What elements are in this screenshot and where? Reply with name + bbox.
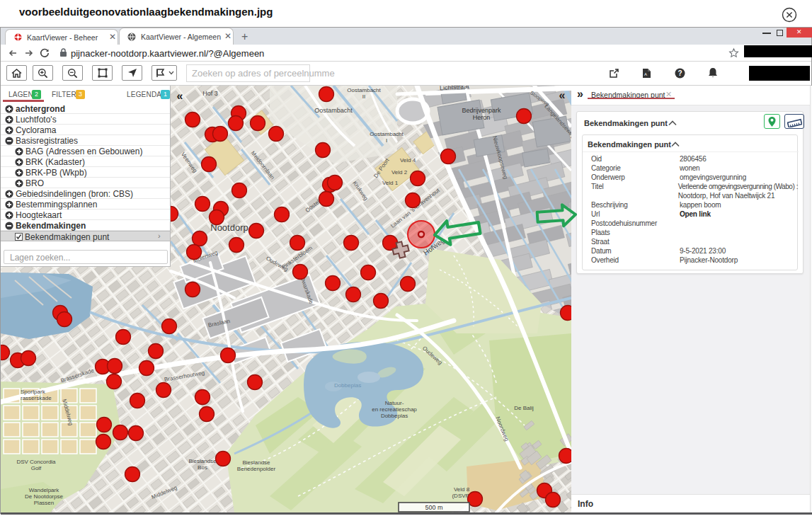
svg-text:Veld 4: Veld 4: [400, 157, 416, 164]
svg-text:Sportpark: Sportpark: [21, 389, 46, 395]
svg-text:Hof 3: Hof 3: [202, 90, 218, 97]
svg-text:Veld 2: Veld 2: [391, 169, 408, 176]
svg-text:DSV Concordia: DSV Concordia: [16, 459, 56, 465]
svg-text:Veld 1: Veld 1: [382, 180, 399, 186]
svg-text:Bedrijvenpark: Bedrijvenpark: [462, 107, 501, 114]
svg-text:Oostambacht: Oostambacht: [347, 87, 381, 93]
svg-text:Dobbeplas: Dobbeplas: [334, 382, 361, 389]
svg-text:500 m: 500 m: [425, 504, 442, 511]
svg-text:en recreatieschap: en recreatieschap: [372, 406, 417, 413]
svg-text:Heron: Heron: [473, 114, 491, 121]
svg-text:«: «: [559, 89, 566, 101]
svg-text:II: II: [362, 93, 365, 100]
svg-text:Plassen: Plassen: [34, 500, 54, 506]
svg-text:Bieslandse: Bieslandse: [188, 458, 217, 464]
svg-text:I: I: [386, 137, 387, 144]
svg-text:Oostambacht: Oostambacht: [370, 131, 404, 137]
svg-text:?: ?: [677, 69, 682, 77]
svg-text:Bos: Bos: [198, 464, 207, 471]
svg-text:Oostambacht: Oostambacht: [314, 107, 353, 114]
svg-text:De Nootdorpse: De Nootdorpse: [25, 493, 63, 500]
svg-text:De Balij: De Balij: [514, 405, 534, 411]
svg-text:Benedenpolder: Benedenpolder: [237, 466, 276, 472]
svg-text:rasserskade: rasserskade: [21, 395, 52, 401]
svg-text:Veld 8: Veld 8: [454, 486, 470, 493]
svg-text:Natuur-: Natuur-: [385, 400, 404, 406]
svg-text:Golf: Golf: [31, 465, 42, 471]
svg-text:Wandelpark: Wandelpark: [29, 487, 59, 493]
svg-text:Dobbeplas: Dobbeplas: [381, 413, 408, 419]
svg-text:«: «: [177, 90, 183, 102]
svg-text:Bieslandse: Bieslandse: [242, 459, 270, 466]
svg-text:A: A: [644, 72, 647, 76]
